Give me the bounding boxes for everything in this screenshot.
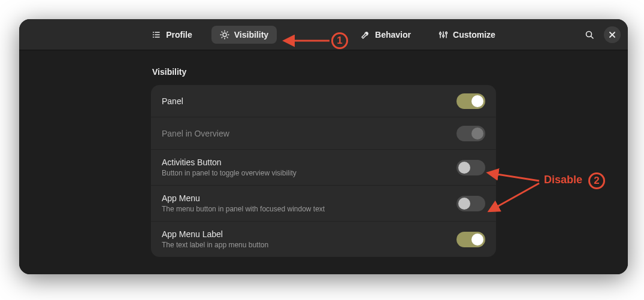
svg-point-20: [446, 32, 448, 34]
tab-label: Visibility: [234, 30, 268, 40]
row-text: Activities Button Button in panel to tog…: [162, 157, 297, 177]
sliders-icon: [439, 30, 448, 40]
close-icon: [609, 31, 616, 38]
search-icon: [585, 30, 594, 40]
svg-point-6: [223, 33, 226, 37]
toggle-knob: [471, 234, 483, 246]
row-subtitle: The menu button in panel with focused wi…: [162, 205, 325, 213]
row-activities: Activities Button Button in panel to tog…: [151, 150, 496, 186]
row-panel-overview: Panel in Overview: [151, 117, 496, 150]
toggle-knob: [458, 162, 470, 174]
tab-customize[interactable]: Customize: [430, 26, 504, 44]
tab-group: Profile Visibility: [143, 26, 504, 44]
toggle-appmenu[interactable]: [456, 196, 485, 211]
svg-point-19: [443, 35, 445, 37]
row-title: Panel: [162, 96, 183, 106]
svg-line-22: [591, 36, 594, 38]
row-appmenu-label: App Menu Label The text label in app men…: [151, 222, 496, 257]
row-text: App Menu Label The text label in app men…: [162, 229, 268, 249]
svg-line-11: [222, 32, 222, 32]
tab-label: Customize: [453, 30, 495, 40]
svg-line-13: [227, 32, 228, 32]
callout-1: 1: [331, 32, 348, 49]
svg-line-12: [227, 37, 228, 38]
search-button[interactable]: [581, 26, 598, 43]
svg-point-2: [153, 37, 154, 38]
row-title: App Menu Label: [162, 229, 268, 239]
toggle-panel-overview: [456, 126, 485, 141]
header-actions: [581, 19, 621, 50]
tab-profile[interactable]: Profile: [143, 26, 201, 44]
toggle-panel[interactable]: [456, 93, 485, 109]
row-subtitle: Button in panel to toggle overview visib…: [162, 169, 297, 177]
tab-visibility[interactable]: Visibility: [211, 26, 277, 44]
tab-behavior[interactable]: Behavior: [352, 26, 419, 44]
row-title: Activities Button: [162, 157, 297, 167]
tab-label: Profile: [166, 30, 192, 40]
toggle-knob: [471, 95, 483, 107]
close-button[interactable]: [604, 26, 621, 43]
toggle-knob: [471, 128, 483, 140]
callout-disable-text: Disable: [544, 174, 582, 186]
sun-icon: [220, 30, 229, 40]
settings-window: Profile Visibility: [19, 19, 628, 274]
row-appmenu: App Menu The menu button in panel with f…: [151, 186, 496, 222]
row-text: Panel: [162, 96, 183, 106]
svg-point-18: [440, 32, 442, 34]
row-title: Panel in Overview: [162, 129, 229, 138]
section-title: Visibility: [152, 67, 496, 77]
settings-list: Panel Panel in Overview Activities Butto…: [151, 85, 496, 257]
row-title: App Menu: [162, 193, 325, 203]
toggle-knob: [458, 198, 470, 210]
row-panel: Panel: [151, 85, 496, 117]
content-inner: Visibility Panel Panel in Overview: [151, 50, 496, 257]
list-icon: [152, 30, 161, 40]
toggle-appmenu-label[interactable]: [456, 232, 485, 247]
row-text: Panel in Overview: [162, 129, 229, 138]
header-bar: Profile Visibility: [19, 19, 628, 50]
toggle-activities[interactable]: [456, 160, 485, 175]
svg-line-14: [222, 37, 222, 38]
svg-point-0: [153, 32, 154, 33]
svg-point-1: [153, 34, 154, 35]
row-subtitle: The text label in app menu button: [162, 241, 268, 249]
content-area: Visibility Panel Panel in Overview: [19, 50, 628, 274]
row-text: App Menu The menu button in panel with f…: [162, 193, 325, 213]
wrench-icon: [361, 30, 370, 40]
callout-2: 2: [588, 172, 605, 189]
tab-label: Behavior: [375, 30, 411, 40]
